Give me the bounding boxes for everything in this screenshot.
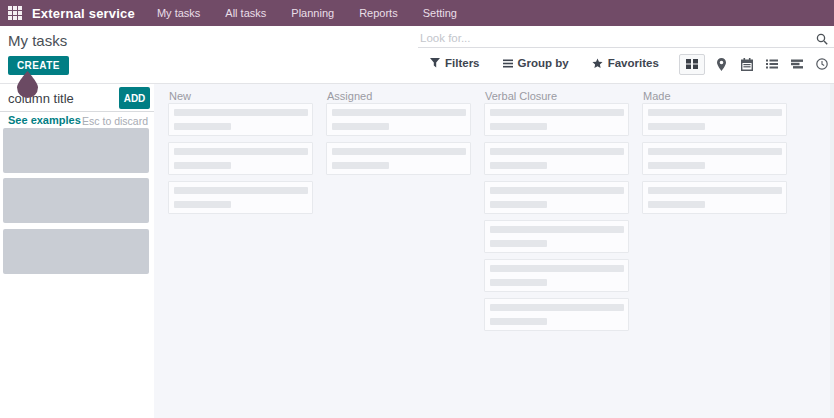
filter-button-label: Filters (445, 57, 480, 69)
calendar-icon (741, 58, 753, 71)
app-window: External service My tasksAll tasksPlanni… (0, 0, 834, 418)
kanban-card-skeleton (484, 259, 629, 292)
skeleton-bar-long (332, 148, 466, 155)
skeleton-bar-long (490, 109, 624, 116)
column-title-input[interactable] (8, 88, 114, 108)
quick-create-help: See examples Esc to discard (0, 114, 154, 126)
view-calendar-button[interactable] (738, 54, 755, 74)
skeleton-bar-long (490, 265, 624, 272)
skeleton-bar-long (490, 187, 624, 194)
skeleton-bar-long (490, 148, 624, 155)
skeleton-bar-short (490, 240, 547, 247)
control-panel: My tasks CREATE FiltersGroup byFavorites (0, 26, 834, 84)
example-column-placeholder (3, 128, 149, 173)
skeleton-bar-long (174, 187, 308, 194)
skeleton-bar-short (648, 201, 705, 208)
esc-to-discard-hint: Esc to discard (82, 115, 148, 127)
star-icon (592, 58, 603, 69)
skeleton-bar-short (174, 123, 231, 130)
search-bar (418, 28, 834, 48)
search-input[interactable] (420, 28, 800, 47)
kanban-column-title: Assigned (327, 90, 372, 102)
kanban-column-title: Made (643, 90, 671, 102)
view-list-button[interactable] (763, 54, 780, 74)
skeleton-bar-short (490, 123, 547, 130)
bars-icon (503, 59, 513, 68)
filter-button-label: Favorites (608, 57, 659, 69)
skeleton-bar-short (174, 201, 231, 208)
kanban-card-skeleton (326, 142, 471, 175)
skeleton-bar-short (174, 162, 231, 169)
skeleton-bar-short (648, 162, 705, 169)
view-switcher (679, 53, 830, 75)
kanban-card-skeleton (168, 103, 313, 136)
map-pin-icon (717, 58, 726, 71)
add-column-button[interactable]: ADD (119, 87, 150, 109)
kanban-card-skeleton (326, 103, 471, 136)
apps-grid-icon[interactable] (8, 6, 22, 20)
example-column-placeholder (3, 178, 149, 223)
skeleton-bar-long (174, 148, 308, 155)
skeleton-bar-short (648, 123, 705, 130)
favorites-button[interactable]: Favorites (592, 57, 659, 69)
kanban-column-title: Verbal Closure (485, 90, 557, 102)
nav-item-my-tasks[interactable]: My tasks (157, 7, 200, 19)
create-button[interactable]: CREATE (8, 56, 69, 75)
see-examples-link[interactable]: See examples (8, 114, 81, 126)
search-icon[interactable] (816, 31, 828, 43)
group-by-button[interactable]: Group by (503, 57, 569, 69)
view-kanban-button[interactable] (679, 54, 705, 75)
nav-item-all-tasks[interactable]: All tasks (225, 7, 266, 19)
app-brand: External service (32, 6, 135, 21)
kanban-card-skeleton (484, 220, 629, 253)
kanban-card-skeleton (642, 103, 787, 136)
nav-item-setting[interactable]: Setting (423, 7, 457, 19)
nav-item-planning[interactable]: Planning (291, 7, 334, 19)
vertical-scrollbar[interactable] (830, 84, 834, 418)
quick-create-row: ADD (0, 84, 154, 112)
example-column-placeholder (3, 229, 149, 274)
topbar-nav: My tasksAll tasksPlanningReportsSetting (157, 7, 457, 19)
topbar: External service My tasksAll tasksPlanni… (0, 0, 834, 26)
kanban-card-skeleton (484, 181, 629, 214)
kanban-column-title: New (169, 90, 191, 102)
view-gantt-button[interactable] (788, 54, 805, 74)
nav-item-reports[interactable]: Reports (359, 7, 398, 19)
skeleton-bar-long (332, 109, 466, 116)
gantt-icon (791, 59, 803, 69)
page-title: My tasks (8, 32, 67, 49)
filters-button[interactable]: Filters (430, 57, 480, 69)
kanban-card-skeleton (642, 181, 787, 214)
view-map-button[interactable] (713, 54, 730, 74)
filter-button-label: Group by (518, 57, 569, 69)
skeleton-bar-short (490, 279, 547, 286)
skeleton-bar-short (490, 162, 547, 169)
kanban-card-skeleton (168, 142, 313, 175)
kanban-board: ADD See examples Esc to discard NewAssig… (0, 84, 834, 418)
skeleton-bar-long (648, 148, 782, 155)
view-activity-button[interactable] (813, 54, 830, 74)
skeleton-bar-short (332, 162, 389, 169)
skeleton-bar-short (490, 201, 547, 208)
kanban-icon (686, 58, 698, 70)
kanban-card-skeleton (484, 298, 629, 331)
kanban-card-skeleton (642, 142, 787, 175)
quick-create-column-panel: ADD See examples Esc to discard (0, 84, 154, 418)
clock-icon (816, 58, 828, 70)
skeleton-bar-long (648, 109, 782, 116)
kanban-card-skeleton (484, 103, 629, 136)
skeleton-bar-long (490, 226, 624, 233)
skeleton-bar-short (332, 123, 389, 130)
kanban-card-skeleton (484, 142, 629, 175)
skeleton-bar-long (648, 187, 782, 194)
list-icon (766, 59, 778, 69)
filter-icon (430, 58, 440, 68)
kanban-card-skeleton (168, 181, 313, 214)
skeleton-bar-short (490, 318, 547, 325)
skeleton-bar-long (174, 109, 308, 116)
search-filters: FiltersGroup byFavorites (430, 55, 659, 71)
skeleton-bar-long (490, 304, 624, 311)
